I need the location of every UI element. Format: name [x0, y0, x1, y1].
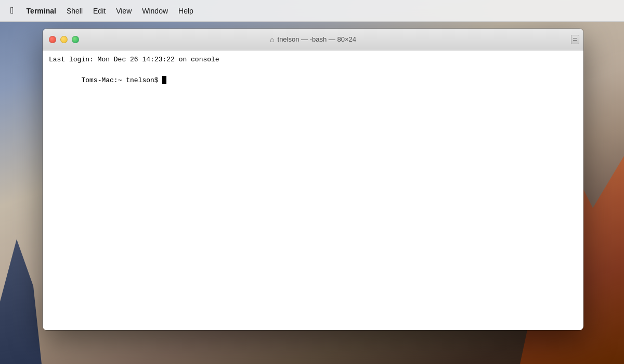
mountain-left-decoration — [0, 208, 42, 364]
home-icon: ⌂ — [270, 35, 274, 44]
menubar-shell[interactable]: Shell — [61, 0, 88, 21]
menubar-edit[interactable]: Edit — [88, 0, 111, 21]
title-bar-center: ⌂ tnelson — -bash — 80×24 — [270, 35, 356, 44]
maximize-button[interactable] — [72, 36, 79, 43]
terminal-line-1: Last login: Mon Dec 26 14:23:22 on conso… — [49, 55, 577, 65]
window-title: tnelson — -bash — 80×24 — [278, 35, 356, 43]
title-bar-scrollbar-button[interactable] — [571, 35, 579, 44]
menubar-help[interactable]: Help — [173, 0, 199, 21]
terminal-window: ⌂ tnelson — -bash — 80×24 Last login: Mo… — [43, 29, 583, 330]
menubar-terminal[interactable]: Terminal — [21, 0, 61, 21]
desktop:  Terminal Shell Edit View Window Help ⌂… — [0, 0, 624, 364]
close-button[interactable] — [49, 36, 56, 43]
terminal-line-2: Toms-Mac:~ tnelson$ — [49, 65, 577, 96]
menubar:  Terminal Shell Edit View Window Help — [0, 0, 624, 22]
apple-menu[interactable]:  — [6, 0, 21, 21]
terminal-cursor — [162, 76, 166, 84]
menubar-view[interactable]: View — [111, 0, 137, 21]
title-bar: ⌂ tnelson — -bash — 80×24 — [43, 29, 583, 50]
minimize-button[interactable] — [60, 36, 68, 43]
menubar-window[interactable]: Window — [137, 0, 173, 21]
terminal-content[interactable]: Last login: Mon Dec 26 14:23:22 on conso… — [43, 50, 583, 330]
traffic-lights — [49, 36, 79, 43]
